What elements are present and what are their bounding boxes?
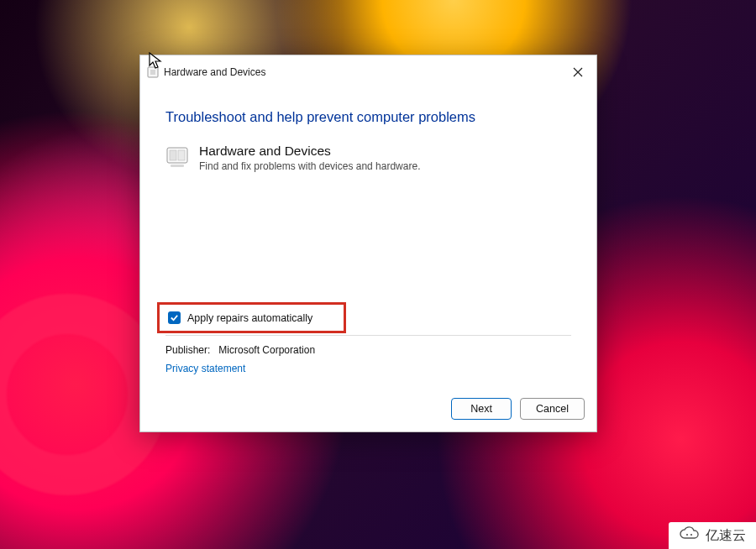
cancel-button[interactable]: Cancel [520, 398, 585, 420]
watermark: 亿速云 [669, 522, 756, 549]
svg-point-7 [690, 534, 692, 536]
publisher-label: Publisher: [165, 344, 216, 356]
checkbox-label: Apply repairs automatically [187, 312, 312, 324]
publisher-value: Microsoft Corporation [218, 344, 315, 356]
close-button[interactable] [563, 60, 593, 84]
content-spacer [165, 172, 571, 302]
category-text-group: Hardware and Devices Find and fix proble… [199, 144, 420, 172]
check-icon [170, 313, 179, 322]
divider [165, 335, 571, 336]
apply-repairs-checkbox[interactable]: Apply repairs automatically [168, 311, 335, 324]
cloud-icon [679, 526, 701, 545]
svg-rect-5 [171, 165, 184, 167]
troubleshooter-category[interactable]: Hardware and Devices Find and fix proble… [165, 144, 571, 172]
privacy-link[interactable]: Privacy statement [165, 363, 571, 374]
hardware-small-icon [147, 66, 159, 78]
title-bar: Hardware and Devices [140, 55, 596, 89]
dialog-content: Troubleshoot and help prevent computer p… [140, 89, 596, 398]
publisher-row: Publisher: Microsoft Corporation [165, 344, 571, 356]
dialog-buttons: Next Cancel [140, 398, 596, 431]
window-title: Hardware and Devices [164, 66, 265, 78]
svg-point-6 [686, 534, 688, 536]
svg-rect-3 [170, 150, 176, 160]
close-icon [573, 67, 583, 77]
category-title: Hardware and Devices [199, 144, 420, 159]
next-button[interactable]: Next [451, 398, 512, 420]
troubleshooter-dialog: Hardware and Devices Troubleshoot and he… [139, 55, 597, 432]
highlight-box: Apply repairs automatically [157, 302, 346, 333]
category-description: Find and fix problems with devices and h… [199, 160, 420, 172]
svg-rect-1 [150, 70, 155, 75]
checkbox-box [168, 311, 181, 324]
page-heading: Troubleshoot and help prevent computer p… [165, 109, 571, 125]
svg-rect-4 [178, 150, 185, 160]
watermark-text: 亿速云 [706, 527, 746, 545]
hardware-large-icon [165, 145, 189, 169]
